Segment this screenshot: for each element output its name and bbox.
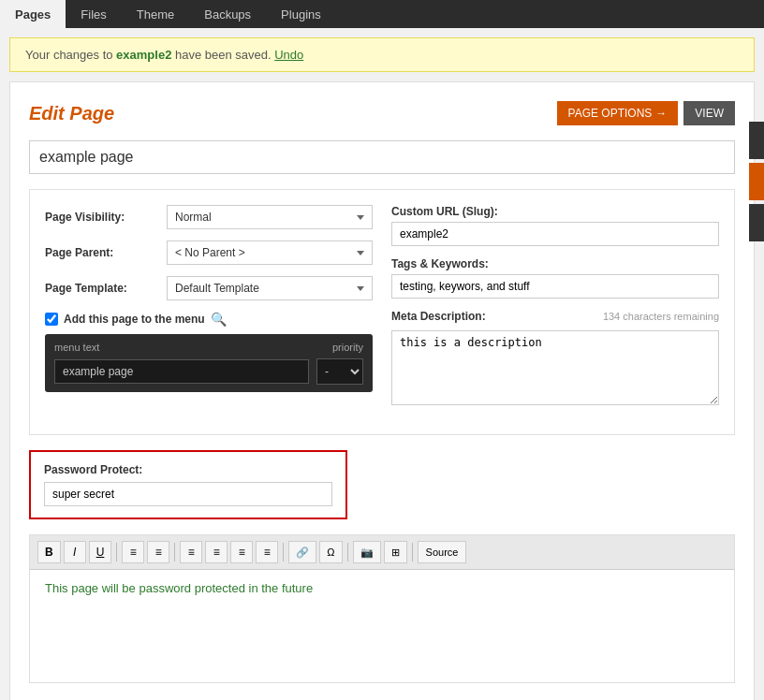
add-menu-checkbox[interactable] — [45, 313, 58, 326]
toolbar-align-left-button[interactable]: ≡ — [180, 541, 202, 563]
sidebar-tab-1[interactable] — [749, 122, 764, 159]
toolbar-bold-button[interactable]: B — [37, 541, 61, 563]
slug-label: Custom URL (Slug): — [391, 205, 719, 218]
tags-field: Tags & Keywords: — [391, 257, 719, 299]
add-menu-label: Add this page to the menu — [64, 313, 205, 326]
toolbar-table-button[interactable]: ⊞ — [384, 541, 407, 563]
toolbar-ol-button[interactable]: ≡ — [147, 541, 169, 563]
sidebar-tab-2[interactable] — [749, 163, 764, 200]
view-button[interactable]: VIEW — [683, 101, 735, 125]
toolbar-link-button[interactable]: 🔗 — [288, 541, 316, 563]
right-sidebar — [749, 122, 764, 241]
password-protect-section: Password Protect: — [29, 450, 347, 519]
toolbar-underline-button[interactable]: U — [89, 541, 112, 563]
toolbar-italic-button[interactable]: I — [64, 541, 86, 563]
password-input[interactable] — [44, 482, 332, 506]
nav-backups[interactable]: Backups — [189, 0, 266, 28]
notification-undo-link[interactable]: Undo — [274, 48, 303, 62]
form-right: Custom URL (Slug): Tags & Keywords: Meta… — [391, 205, 719, 419]
tags-input[interactable] — [391, 274, 719, 299]
header-buttons: PAGE OPTIONS VIEW — [557, 101, 735, 125]
parent-row: Page Parent: < No Parent > — [45, 241, 373, 265]
slug-input[interactable] — [391, 222, 719, 246]
edit-page-title: Edit Page — [29, 103, 114, 124]
slug-field: Custom URL (Slug): — [391, 205, 719, 246]
toolbar-ul-button[interactable]: ≡ — [122, 541, 144, 563]
nav-plugins[interactable]: Plugins — [266, 0, 336, 28]
editor-container: B I U ≡ ≡ ≡ ≡ ≡ ≡ 🔗 Ω 📷 ⊞ Source This pa… — [29, 534, 735, 683]
tags-label: Tags & Keywords: — [391, 257, 719, 270]
menu-section-inputs: - — [54, 358, 363, 385]
form-left: Page Visibility: Normal Page Parent: < N… — [45, 205, 373, 419]
meta-textarea[interactable]: this is a description — [391, 330, 719, 405]
toolbar-align-center-button[interactable]: ≡ — [205, 541, 228, 563]
form-section: Page Visibility: Normal Page Parent: < N… — [29, 189, 735, 435]
template-label: Page Template: — [45, 282, 167, 295]
menu-section-header: menu text priority — [54, 342, 363, 353]
page-title-input[interactable] — [29, 140, 735, 174]
toolbar-separator-4 — [347, 543, 348, 561]
editor-toolbar: B I U ≡ ≡ ≡ ≡ ≡ ≡ 🔗 Ω 📷 ⊞ Source — [30, 535, 734, 570]
meta-label-row: Meta Description: 134 characters remaini… — [391, 310, 719, 327]
toolbar-image-button[interactable]: 📷 — [353, 541, 381, 563]
visibility-label: Page Visibility: — [45, 211, 167, 224]
meta-label: Meta Description: — [391, 310, 486, 323]
meta-chars: 134 characters remaining — [603, 311, 719, 322]
template-row: Page Template: Default Template — [45, 276, 373, 300]
toolbar-special-button[interactable]: Ω — [319, 541, 342, 563]
toolbar-source-button[interactable]: Source — [418, 541, 467, 563]
menu-text-input[interactable] — [54, 359, 309, 384]
page-options-button[interactable]: PAGE OPTIONS — [557, 101, 679, 125]
notification-bar: Your changes to example2 have been saved… — [9, 37, 755, 72]
main-container: Edit Page PAGE OPTIONS VIEW Page Visibil… — [9, 81, 755, 700]
menu-section: menu text priority - — [45, 334, 373, 392]
sidebar-tab-3[interactable] — [749, 204, 764, 241]
nav-pages[interactable]: Pages — [0, 0, 66, 28]
toolbar-align-right-button[interactable]: ≡ — [230, 541, 253, 563]
top-navigation: Pages Files Theme Backups Plugins — [0, 0, 764, 28]
parent-label: Page Parent: — [45, 246, 167, 259]
nav-files[interactable]: Files — [66, 0, 121, 28]
search-icon[interactable]: 🔍 — [211, 312, 227, 327]
password-protect-label: Password Protect: — [44, 463, 332, 476]
toolbar-separator-3 — [283, 543, 284, 561]
nav-theme[interactable]: Theme — [122, 0, 189, 28]
priority-select[interactable]: - — [316, 358, 363, 385]
notification-suffix: have been saved. — [171, 48, 271, 62]
priority-col-label: priority — [332, 342, 363, 353]
template-select[interactable]: Default Template — [167, 276, 373, 300]
meta-field: Meta Description: 134 characters remaini… — [391, 310, 719, 408]
visibility-row: Page Visibility: Normal — [45, 205, 373, 229]
edit-page-header: Edit Page PAGE OPTIONS VIEW — [29, 101, 735, 125]
toolbar-separator-1 — [116, 543, 117, 561]
editor-content[interactable]: This page will be password protected in … — [30, 570, 734, 682]
parent-select[interactable]: < No Parent > — [167, 241, 373, 265]
add-menu-row: Add this page to the menu 🔍 — [45, 312, 373, 327]
toolbar-justify-button[interactable]: ≡ — [256, 541, 278, 563]
toolbar-separator-5 — [412, 543, 413, 561]
notification-link: example2 — [116, 48, 171, 62]
notification-prefix: Your changes to — [25, 48, 116, 62]
visibility-select[interactable]: Normal — [167, 205, 373, 229]
menu-text-col-label: menu text — [54, 342, 99, 353]
toolbar-separator-2 — [174, 543, 175, 561]
